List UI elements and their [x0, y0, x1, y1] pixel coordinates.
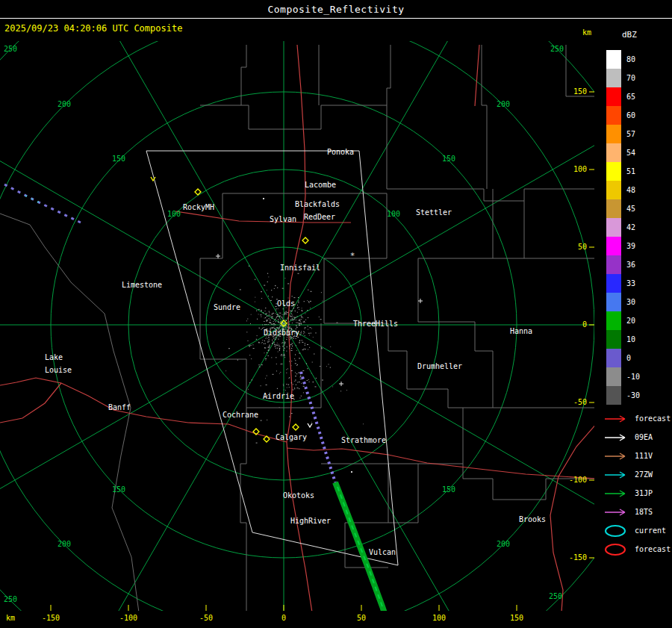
range-ring-label: 100 — [387, 210, 400, 218]
radar-echo — [286, 320, 287, 321]
radar-echo — [316, 332, 317, 333]
radar-echo — [262, 340, 263, 341]
radar-echo — [249, 355, 250, 355]
range-ring — [0, 19, 594, 628]
dbz-scale-value: 10 — [626, 335, 635, 343]
radar-echo — [279, 323, 279, 323]
point-marker-icon — [418, 299, 423, 303]
radar-echo — [306, 364, 307, 364]
radar-echo — [282, 355, 283, 356]
track-arrow-icon — [603, 411, 632, 426]
radar-echo — [297, 308, 298, 308]
dbz-scale-value: -30 — [626, 391, 640, 400]
radar-echo — [308, 349, 308, 350]
radar-echo — [298, 302, 299, 302]
radar-echo — [296, 365, 297, 366]
city-label: Lacombe — [305, 181, 336, 189]
radar-echo — [277, 314, 279, 315]
radar-echo — [256, 311, 257, 311]
radar-echo — [302, 308, 302, 308]
municipal-boundary — [240, 408, 246, 612]
radar-echo — [246, 332, 247, 332]
dbz-scale-row: 54 — [601, 143, 672, 162]
radar-echo — [259, 367, 261, 367]
city-label: Airdrie — [263, 392, 294, 400]
radar-echo — [288, 385, 289, 385]
radar-echo — [268, 355, 269, 356]
radar-echo — [278, 352, 279, 352]
dbz-color-swatch — [606, 274, 621, 293]
legend-label: 09EA — [635, 433, 653, 441]
radar-echo — [303, 333, 304, 334]
radar-echo — [273, 340, 273, 341]
radar-echo — [295, 355, 296, 355]
dbz-scale-value: 0 — [626, 354, 631, 362]
radar-echo — [284, 347, 284, 348]
radar-echo — [281, 364, 281, 364]
city-label: ThreeHills — [353, 320, 398, 328]
dbz-scale-value: 39 — [626, 242, 635, 250]
radar-echo — [285, 390, 286, 391]
radar-echo — [297, 323, 298, 323]
city-label: RockyMH — [183, 203, 214, 211]
radar-echo — [267, 341, 268, 342]
radar-echo — [281, 355, 281, 356]
radar-echo — [252, 379, 252, 380]
city-label: Lake — [45, 353, 63, 361]
range-ring-label: 100 — [167, 210, 181, 218]
y-axis-label: 100 — [573, 165, 587, 173]
radar-echo — [274, 326, 275, 326]
radar-echo — [287, 368, 288, 369]
radar-echo — [300, 323, 302, 323]
radar-echo — [267, 316, 267, 317]
radar-echo — [240, 289, 241, 290]
radar-echo — [298, 300, 299, 301]
radar-echo — [291, 370, 293, 371]
radar-echo — [273, 338, 274, 339]
radar-echo — [247, 319, 248, 320]
radar-echo — [284, 345, 284, 346]
radar-echo — [329, 364, 329, 364]
radar-echo — [299, 309, 299, 310]
radar-echo — [287, 388, 287, 388]
radar-echo — [296, 327, 297, 328]
radar-echo — [284, 313, 285, 314]
radar-echo — [272, 296, 273, 297]
radar-echo — [281, 325, 281, 326]
range-ring-label: 250 — [4, 595, 17, 603]
radar-echo — [268, 337, 269, 338]
city-label: Hanna — [510, 327, 532, 335]
radar-echo — [299, 302, 299, 303]
radar-echo — [289, 338, 290, 338]
radar-echo — [302, 342, 303, 343]
radar-echo — [272, 314, 273, 314]
highway-line — [550, 423, 597, 612]
radar-echo — [294, 388, 295, 388]
radar-echo — [273, 313, 274, 314]
radar-echo — [271, 318, 273, 319]
radar-echo — [264, 352, 265, 353]
timestamp: 2025/09/23 04:20:06 UTC Composite — [4, 23, 182, 34]
dbz-color-swatch — [606, 106, 621, 125]
radar-echo — [292, 338, 293, 338]
radar-echo — [330, 367, 331, 368]
radar-echo — [262, 342, 263, 343]
dbz-scale-value: 48 — [626, 186, 635, 194]
radar-echo — [305, 327, 306, 328]
radar-echo — [294, 317, 295, 318]
radar-echo — [305, 349, 306, 349]
city-label: Drumheller — [417, 362, 462, 370]
radar-echo — [288, 319, 289, 320]
dbz-scale-value: 36 — [626, 261, 635, 269]
radar-echo — [284, 341, 285, 342]
dbz-color-swatch — [606, 50, 621, 69]
radar-echo — [273, 374, 274, 375]
radar-echo — [305, 345, 305, 346]
municipal-boundary — [463, 408, 597, 500]
radar-echo — [289, 348, 290, 349]
range-ring-label: 200 — [497, 540, 510, 548]
radar-echo — [253, 348, 255, 349]
radar-echo — [261, 329, 262, 330]
radar-echo — [279, 313, 281, 314]
radar-echo — [305, 314, 306, 314]
